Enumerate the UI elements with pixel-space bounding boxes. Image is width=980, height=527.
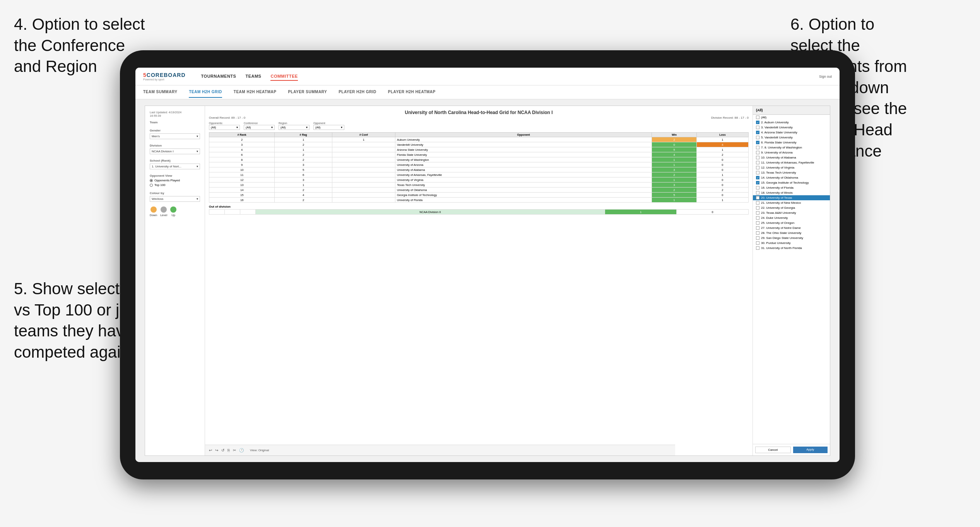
dropdown-item[interactable]: 24. Duke University xyxy=(753,215,830,220)
dropdown-item[interactable]: 10. University of Alabama xyxy=(753,155,830,160)
dropdown-checkbox[interactable] xyxy=(756,221,759,225)
undo-icon[interactable]: ↩ xyxy=(209,448,212,452)
dropdown-item[interactable]: 7. 8. University of Washington xyxy=(753,145,830,150)
color-legend: Down Level Up xyxy=(150,206,200,217)
dropdown-checkbox[interactable] xyxy=(756,176,759,179)
nav-item-committee[interactable]: COMMITTEE xyxy=(270,72,298,81)
dropdown-checkbox[interactable] xyxy=(756,166,759,169)
refresh-icon[interactable]: ↺ xyxy=(221,448,224,452)
table-row: 3 2 Vanderbilt University 0 4 xyxy=(209,142,749,147)
opponent-view-section: Opponent View Opponents Played Top 100 xyxy=(150,174,200,187)
dropdown-item[interactable]: 16. University of Florida xyxy=(753,185,830,190)
nav-bar: 5COREBOARD Powered by sport TOURNAMENTS … xyxy=(135,68,840,85)
opponent-filter-label: Opponent xyxy=(313,122,344,125)
dropdown-checkbox[interactable] xyxy=(756,156,759,159)
dropdown-item[interactable]: 29. San Diego State University xyxy=(753,235,830,240)
dropdown-item[interactable]: 14. University of Oklahoma xyxy=(753,175,830,180)
dropdown-item[interactable]: 25. University of Oregon xyxy=(753,220,830,225)
dropdown-item[interactable]: 20. University of Texas xyxy=(753,195,830,200)
school-select[interactable]: 1. University of Nort... ▾ xyxy=(150,164,200,169)
dropdown-list[interactable]: (All)2. Auburn University3. Vanderbilt U… xyxy=(753,115,830,444)
cancel-button[interactable]: Cancel xyxy=(755,447,791,453)
dropdown-item[interactable]: 15. Georgia Institute of Technology xyxy=(753,180,830,185)
dropdown-checkbox[interactable] xyxy=(756,151,759,154)
dropdown-checkbox[interactable] xyxy=(756,246,759,250)
dropdown-item[interactable]: 27. University of Notre Dame xyxy=(753,225,830,230)
dropdown-checkbox[interactable] xyxy=(756,146,759,149)
opponents-filter-select[interactable]: (All)▾ xyxy=(209,125,240,130)
dropdown-checkbox[interactable] xyxy=(756,136,759,139)
subnav-player-summary[interactable]: PLAYER SUMMARY xyxy=(288,87,327,98)
dropdown-item[interactable]: 23. Texas A&M University xyxy=(753,210,830,215)
table-row: 8 2 University of Washington 1 0 xyxy=(209,157,749,162)
dropdown-item[interactable]: 28. The Ohio State University xyxy=(753,230,830,235)
dropdown-item[interactable]: 13. Texas Tech University xyxy=(753,170,830,175)
dropdown-checkbox[interactable] xyxy=(756,126,759,129)
gender-select[interactable]: Men's ▾ xyxy=(150,133,200,139)
dropdown-item[interactable]: 21. University of New Mexico xyxy=(753,200,830,205)
dropdown-checkbox[interactable] xyxy=(756,171,759,174)
dropdown-checkbox[interactable] xyxy=(756,231,759,235)
region-filter-label: Region xyxy=(279,122,310,125)
dropdown-checkbox[interactable] xyxy=(756,216,759,220)
dropdown-checkbox[interactable] xyxy=(756,116,759,119)
clock-icon[interactable]: 🕐 xyxy=(239,448,244,452)
dropdown-checkbox[interactable] xyxy=(756,141,759,144)
subnav-player-h2h-grid[interactable]: PLAYER H2H GRID xyxy=(339,87,376,98)
dropdown-item[interactable]: 11. University of Arkansas, Fayetteville xyxy=(753,160,830,165)
dropdown-item-label: 12. University of Virginia xyxy=(761,166,794,169)
dropdown-item-label: 16. University of Florida xyxy=(761,186,794,189)
dropdown-checkbox[interactable] xyxy=(756,161,759,164)
scissors-icon[interactable]: ✂ xyxy=(233,448,236,452)
sign-out-link[interactable]: Sign out xyxy=(819,75,832,78)
apply-button[interactable]: Apply xyxy=(793,447,828,453)
region-filter-select[interactable]: (All)▾ xyxy=(279,125,310,130)
dropdown-checkbox[interactable] xyxy=(756,211,759,215)
radio-top100[interactable]: Top 100 xyxy=(150,183,200,187)
conference-filter-select[interactable]: (All)▾ xyxy=(244,125,275,130)
subnav-team-summary[interactable]: TEAM SUMMARY xyxy=(143,87,177,98)
dropdown-item[interactable]: 22. University of Georgia xyxy=(753,205,830,210)
h2h-table: # Rank # Rag # Conf Opponent Win Loss 2 … xyxy=(209,132,749,203)
dropdown-item[interactable]: 3. Vanderbilt University xyxy=(753,125,830,130)
legend-level-circle xyxy=(161,206,167,213)
dropdown-checkbox[interactable] xyxy=(756,201,759,205)
dropdown-checkbox[interactable] xyxy=(756,206,759,210)
dropdown-checkbox[interactable] xyxy=(756,186,759,189)
redo-icon[interactable]: ↪ xyxy=(215,448,218,452)
dropdown-item[interactable]: 12. University of Virginia xyxy=(753,165,830,170)
radio-top100-dot xyxy=(150,184,153,187)
opponent-filter-select[interactable]: (All)▾ xyxy=(313,125,344,130)
dropdown-item[interactable]: 30. Purdue University xyxy=(753,240,830,246)
dropdown-item[interactable]: (All) xyxy=(753,115,830,120)
colour-by-select[interactable]: Win/loss ▾ xyxy=(150,196,200,202)
team-label: Team xyxy=(150,121,200,124)
dropdown-item[interactable]: 4. Arizona State University xyxy=(753,130,830,135)
dropdown-checkbox[interactable] xyxy=(756,236,759,240)
subnav-team-h2h-grid[interactable]: TEAM H2H GRID xyxy=(189,87,222,98)
division-select[interactable]: NCAA Division I ▾ xyxy=(150,148,200,154)
dropdown-checkbox[interactable] xyxy=(756,181,759,184)
table-row: 12 3 University of Virginia 1 0 xyxy=(209,177,749,182)
subnav-team-h2h-heatmap[interactable]: TEAM H2H HEATMAP xyxy=(234,87,277,98)
dropdown-checkbox[interactable] xyxy=(756,196,759,200)
dropdown-item[interactable]: 31. University of North Florida xyxy=(753,246,830,251)
dropdown-checkbox[interactable] xyxy=(756,131,759,134)
dropdown-item-label: 31. University of North Florida xyxy=(761,246,802,250)
radio-opponents-played[interactable]: Opponents Played xyxy=(150,179,200,182)
dropdown-item[interactable]: 18. University of Illinois xyxy=(753,190,830,195)
dropdown-item[interactable]: 2. Auburn University xyxy=(753,120,830,125)
subnav-player-h2h-heatmap[interactable]: PLAYER H2H HEATMAP xyxy=(388,87,436,98)
dropdown-item[interactable]: 9. University of Arizona xyxy=(753,150,830,155)
nav-item-teams[interactable]: TEAMS xyxy=(245,72,261,81)
nav-item-tournaments[interactable]: TOURNAMENTS xyxy=(201,72,236,81)
dropdown-checkbox[interactable] xyxy=(756,191,759,194)
dropdown-item[interactable]: 5. Vanderbilt University xyxy=(753,135,830,140)
dropdown-item-label: 21. University of New Mexico xyxy=(761,201,801,205)
dropdown-checkbox[interactable] xyxy=(756,121,759,124)
dropdown-item[interactable]: 6. Florida State University xyxy=(753,140,830,145)
dropdown-checkbox[interactable] xyxy=(756,226,759,230)
copy-icon[interactable]: ⎘ xyxy=(227,448,230,452)
dropdown-checkbox[interactable] xyxy=(756,241,759,245)
opponent-view-label: Opponent View xyxy=(150,174,200,177)
